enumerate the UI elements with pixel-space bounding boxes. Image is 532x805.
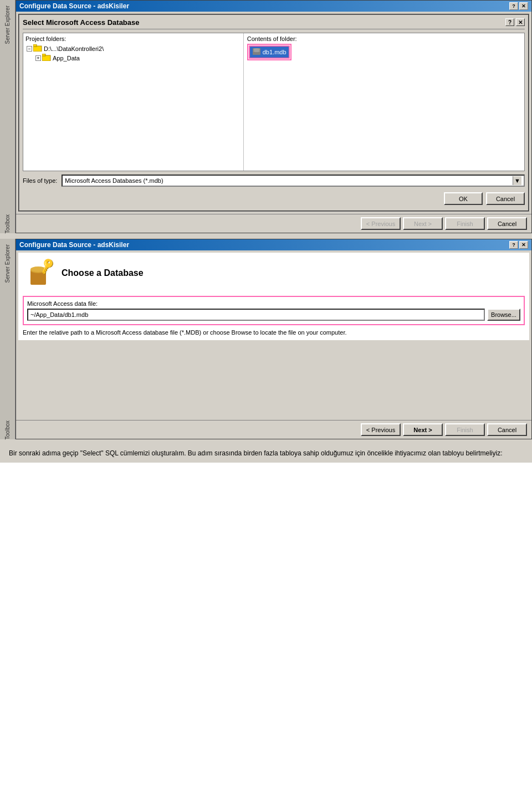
svg-rect-3 [42,54,45,56]
access-field-box: Microsoft Access data file: Browse... [23,296,525,325]
svg-rect-1 [33,44,37,47]
outer-title-2: Configure Data Source - adsKisiler [19,241,129,249]
choose-db-title: Choose a Database [62,268,144,278]
titlebar-buttons-2: ? ✕ [509,241,528,249]
second-dialog-section: Server Explorer Toolbox Configure Data S… [0,239,532,439]
sub-help-btn-1[interactable]: ? [505,18,514,26]
tree-child-node[interactable]: + App_Data [35,53,241,63]
choose-header: 🔑 Choose a Database [18,253,529,294]
tree-expand-root[interactable]: − [27,46,32,52]
access-field-wrapper: Microsoft Access data file: Browse... [23,296,525,325]
bottom-text: Bir sonraki adıma geçip "Select" SQL cüm… [9,448,523,458]
cancel-button-dialog1[interactable]: Cancel [486,192,525,205]
access-input-row: Browse... [27,309,520,321]
cancel-button-nav-2[interactable]: Cancel [487,423,527,436]
selected-file-1[interactable]: db1.mdb [249,45,290,59]
dropdown-arrow-1[interactable]: ▼ [513,176,521,185]
previous-button-1[interactable]: < Previous [361,217,401,230]
access-input-field[interactable] [27,309,485,321]
sub-dialog-1: Select Microsoft Access Database ? ✕ Pro… [18,14,529,212]
tree-child-1: + App_Data [35,53,241,63]
section-gap [0,233,532,239]
left-panel-label-1: Project folders: [25,35,241,42]
outer-titlebar-1: Configure Data Source - adsKisiler ? ✕ [16,1,531,12]
dialog2-content: 🔑 Choose a Database Microsoft Access dat… [18,253,529,418]
second-dialog-main: Configure Data Source - adsKisiler ? ✕ [16,239,532,439]
svg-point-6 [253,50,260,52]
server-explorer-label: Server Explorer [4,6,11,44]
previous-button-2[interactable]: < Previous [361,423,401,436]
bottom-text-section: Bir sonraki adıma geçip "Select" SQL cüm… [0,439,532,463]
two-column-content-1: Project folders: − [23,33,525,171]
tree-root-label: D:\...\DataKontrolleri2\ [44,45,104,52]
titlebar-buttons-1: ? ✕ [509,2,528,10]
outer-titlebar-2: Configure Data Source - adsKisiler ? ✕ [16,239,531,250]
page-wrapper: Server Explorer Toolbox Configure Data S… [0,0,532,463]
files-type-value-1: Microsoft Access Databases (*.mdb) [65,177,163,184]
next-button-2[interactable]: Next > [403,423,443,436]
tree-root-1: − D:\...\DataKontrolleri2\ [25,44,241,63]
close-button-1[interactable]: ✕ [519,2,528,10]
wizard-nav-1: < Previous Next > Finish Cancel [16,214,531,233]
folder-icon-child [42,54,51,62]
outer-title-1: Configure Data Source - adsKisiler [19,2,129,10]
toolbox-label: Toolbox [4,214,11,233]
browse-button[interactable]: Browse... [487,309,520,321]
files-type-label-1: Files of type: [23,177,57,184]
tree-root-node[interactable]: − D:\...\DataKontrolleri2\ [27,44,241,53]
folder-icon-root [33,44,42,53]
access-label-text: Microsoft Access data file: [27,300,98,307]
button-row-1: OK Cancel [23,192,525,205]
outer-window-2: Configure Data Source - adsKisiler ? ✕ [16,239,532,439]
sub-dialog-title-1: Select Microsoft Access Database [23,18,140,27]
outer-window-1: Configure Data Source - adsKisiler ? ✕ S… [16,0,532,233]
ok-button-1[interactable]: OK [444,192,483,205]
right-panel-label-1: Contents of folder: [247,35,522,42]
first-dialog-section: Server Explorer Toolbox Configure Data S… [0,0,532,233]
toolbox-label-2: Toolbox [4,421,11,439]
tree-expand-child[interactable]: + [35,55,41,61]
db-file-icon [252,47,261,57]
access-label: Microsoft Access data file: [27,300,520,307]
files-type-row-1: Files of type: Microsoft Access Database… [23,175,525,187]
next-button-1[interactable]: Next > [403,217,443,230]
cancel-button-nav-1[interactable]: Cancel [487,217,527,230]
first-dialog-main: Configure Data Source - adsKisiler ? ✕ S… [16,0,532,233]
server-explorer-label-2: Server Explorer [4,244,11,283]
files-type-dropdown[interactable]: Microsoft Access Databases (*.mdb) ▼ [62,175,525,187]
finish-button-1[interactable]: Finish [445,217,485,230]
sub-dialog-header-1: Select Microsoft Access Database ? ✕ [23,18,525,29]
left-sidebar-2: Server Explorer Toolbox [0,239,16,439]
tree-child-label: App_Data [53,55,80,61]
sub-close-btn-1[interactable]: ✕ [516,18,525,26]
selected-file-label-1: db1.mdb [263,49,287,55]
dialog2-spacer [18,340,529,418]
help-button-1[interactable]: ? [509,2,518,10]
hint-text: Enter the relative path to a Microsoft A… [23,329,525,337]
right-panel-1: Contents of folder: [245,33,524,171]
finish-button-2[interactable]: Finish [445,423,485,436]
help-button-2[interactable]: ? [509,241,518,249]
close-button-2[interactable]: ✕ [519,241,528,249]
left-sidebar: Server Explorer Toolbox [0,0,16,233]
key-icon-container: 🔑 [27,259,55,287]
file-highlight-box: db1.mdb [247,44,291,60]
wizard-nav-2: < Previous Next > Finish Cancel [16,420,531,439]
left-panel-1: Project folders: − [23,33,244,171]
